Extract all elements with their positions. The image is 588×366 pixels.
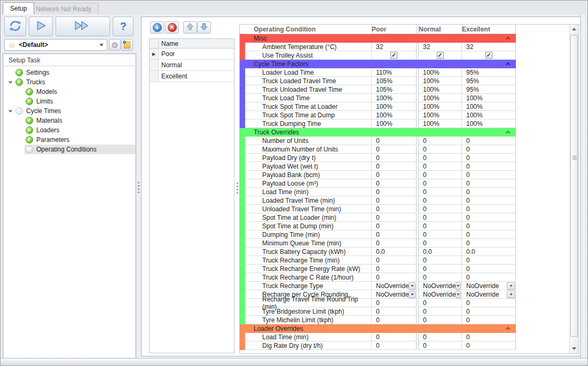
cell-normal[interactable]: 0 — [419, 154, 462, 162]
cell-normal[interactable]: 0 — [419, 196, 462, 205]
checkbox-excellent[interactable]: ✓ — [485, 52, 492, 59]
cell-excellent[interactable]: 0 — [462, 307, 516, 316]
dropdown-button[interactable] — [507, 291, 515, 298]
cell-normal[interactable]: 100% — [419, 94, 462, 102]
cell-normal[interactable]: 100% — [419, 85, 462, 94]
cell-poor[interactable]: 0 — [372, 256, 416, 265]
tree-item-loaders[interactable]: ✓Loaders — [3, 125, 136, 135]
cell-excellent[interactable]: 0 — [462, 256, 516, 265]
cell-poor[interactable]: 100% — [372, 102, 416, 111]
cell-normal[interactable]: 100% — [419, 120, 462, 128]
tree-item-models[interactable]: ✓Models — [3, 87, 136, 97]
cell-normal[interactable]: 0 — [419, 213, 462, 222]
column-header-poor[interactable]: Poor — [372, 25, 416, 34]
collapse-chevron-icon[interactable] — [506, 327, 510, 331]
cell-excellent[interactable]: 95% — [462, 77, 516, 85]
dropdown-button[interactable] — [409, 282, 415, 290]
cell-excellent[interactable]: 0 — [462, 145, 516, 154]
cell-poor[interactable]: 32 — [372, 43, 416, 51]
checkbox-poor[interactable]: ✓ — [390, 52, 397, 59]
cell-normal[interactable]: 0 — [419, 171, 462, 179]
cell-excellent[interactable]: 100% — [462, 120, 516, 128]
cell-excellent[interactable]: 0 — [462, 333, 516, 341]
tab-setup[interactable]: Setup — [3, 2, 34, 14]
cell-excellent[interactable]: 100% — [462, 111, 516, 120]
cell-poor[interactable]: 0 — [372, 222, 416, 230]
column-header-normal[interactable]: Normal — [419, 25, 462, 34]
cell-normal[interactable]: 0 — [419, 265, 462, 273]
cell-poor[interactable]: 0 — [372, 162, 416, 171]
cell-normal[interactable]: 0 — [419, 307, 462, 316]
expand-chevron-icon[interactable] — [6, 81, 14, 84]
section-header-truck-overrides[interactable]: Truck Overrides — [240, 128, 516, 137]
cell-poor[interactable]: 0 — [372, 213, 416, 222]
cell-excellent[interactable]: 0 — [462, 171, 516, 179]
cell-poor[interactable]: 100% — [372, 120, 416, 128]
cell-normal[interactable]: 0 — [419, 222, 462, 230]
cell-poor[interactable]: 0 — [372, 179, 416, 188]
cell-excellent[interactable]: 0 — [462, 179, 516, 188]
cell-excellent[interactable]: NoOverride — [462, 282, 516, 290]
section-header-misc[interactable]: Misc — [240, 34, 516, 43]
cell-excellent[interactable]: 0 — [462, 162, 516, 171]
vertical-scrollbar[interactable] — [569, 25, 578, 353]
cell-normal[interactable]: 0 — [419, 145, 462, 154]
condition-row-poor[interactable]: ▶Poor — [150, 49, 234, 60]
cell-poor[interactable]: 0 — [372, 333, 416, 341]
tree-item-operating-conditions[interactable]: Operating Conditions — [3, 145, 136, 154]
cell-excellent[interactable]: 0 — [462, 239, 516, 248]
cell-poor[interactable]: 105% — [372, 77, 416, 85]
cell-poor[interactable]: 0 — [372, 230, 416, 239]
cell-normal[interactable]: 0 — [419, 230, 462, 239]
cell-excellent[interactable]: 0 — [462, 316, 516, 324]
cell-normal[interactable]: 100% — [419, 68, 462, 77]
cell-poor[interactable]: 110% — [372, 68, 416, 77]
cell-normal[interactable]: 0 — [419, 316, 462, 324]
tree-item-parameters[interactable]: ✓Parameters — [3, 135, 136, 145]
cell-excellent[interactable]: 0 — [462, 196, 516, 205]
add-condition-button[interactable]: + — [150, 21, 164, 34]
notes-button[interactable] — [121, 39, 133, 51]
cell-poor[interactable]: 0 — [372, 154, 416, 162]
left-splitter[interactable] — [137, 182, 139, 193]
cell-excellent[interactable]: 0 — [462, 273, 516, 282]
cell-excellent[interactable]: 0 — [462, 137, 516, 145]
cell-poor[interactable]: 0 — [372, 137, 416, 145]
cell-poor[interactable]: NoOverride — [372, 282, 416, 290]
cell-poor[interactable]: 0 — [372, 239, 416, 248]
cell-normal[interactable]: 0 — [419, 179, 462, 188]
tab-network-not-ready[interactable]: Network Not Ready — [28, 3, 99, 14]
dropdown-button[interactable] — [507, 282, 515, 290]
cell-excellent[interactable]: 0 — [462, 154, 516, 162]
collapse-chevron-icon[interactable] — [506, 131, 510, 135]
tree-item-cycle-times[interactable]: Cycle Times — [3, 106, 136, 116]
tree-item-materials[interactable]: ✓Materials — [3, 116, 136, 125]
refresh-button[interactable] — [4, 17, 26, 36]
cell-excellent[interactable]: 0 — [462, 299, 516, 307]
move-up-button[interactable] — [183, 21, 197, 34]
cell-excellent[interactable]: 32 — [462, 43, 516, 51]
scroll-up-button[interactable] — [570, 25, 578, 34]
cell-poor[interactable]: 0 — [372, 145, 416, 154]
cell-poor[interactable]: 105% — [372, 85, 416, 94]
move-down-button[interactable] — [197, 21, 211, 34]
cell-excellent[interactable]: 95% — [462, 85, 516, 94]
run-fast-button[interactable] — [56, 17, 110, 36]
cell-poor[interactable]: 0 — [372, 196, 416, 205]
cell-normal[interactable]: 0.0 — [419, 248, 462, 256]
expand-chevron-icon[interactable] — [6, 110, 14, 113]
cell-poor[interactable]: 0 — [372, 273, 416, 282]
column-header-operating-condition[interactable]: Operating Condition — [245, 25, 372, 34]
cell-poor[interactable]: NoOverride — [372, 290, 416, 299]
dropdown-button[interactable] — [456, 291, 461, 298]
cell-normal[interactable]: 0 — [419, 162, 462, 171]
cell-normal[interactable]: NoOverride — [419, 282, 462, 290]
delete-condition-button[interactable]: ✕ — [165, 21, 179, 34]
cell-poor[interactable]: 0 — [372, 299, 416, 307]
cell-poor[interactable]: 0 — [372, 265, 416, 273]
cell-poor[interactable]: 100% — [372, 94, 416, 102]
cell-normal[interactable]: 0 — [419, 256, 462, 265]
condition-row-excellent[interactable]: Excellent — [150, 71, 234, 82]
middle-splitter[interactable] — [236, 182, 238, 194]
cell-excellent[interactable]: NoOverride — [462, 290, 516, 299]
